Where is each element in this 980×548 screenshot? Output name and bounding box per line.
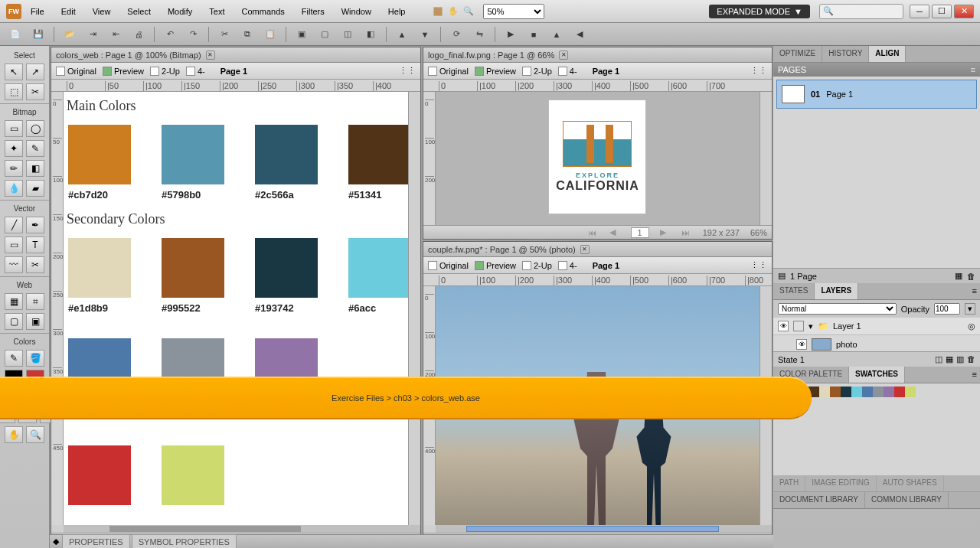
rect-tool[interactable]: ▭ bbox=[5, 236, 23, 253]
show-tool[interactable]: ▣ bbox=[26, 313, 44, 330]
close-tab-icon[interactable]: ✕ bbox=[559, 51, 568, 60]
flip-v-icon[interactable]: ▲ bbox=[549, 27, 564, 42]
zoom-dropdown[interactable]: 50% bbox=[483, 4, 544, 19]
flip-h-icon[interactable]: ⇋ bbox=[472, 27, 487, 42]
slice-tool[interactable]: ⌗ bbox=[26, 293, 44, 310]
panel-tab-path[interactable]: PATH bbox=[773, 475, 805, 491]
scrollbar-vertical[interactable] bbox=[760, 92, 772, 225]
color-swatch[interactable] bbox=[162, 445, 224, 505]
palette-swatch[interactable] bbox=[905, 387, 916, 397]
doc-tab-colors[interactable]: colors_web : Page 1 @ 100% (Bitmap)✕ bbox=[51, 47, 420, 63]
stop-icon[interactable]: ■ bbox=[526, 27, 541, 42]
color-swatch[interactable]: #e1d8b9 bbox=[68, 238, 131, 314]
stroke-color-tool[interactable]: ✎ bbox=[5, 350, 23, 367]
layer-row[interactable]: 👁 ▾ 📁 Layer 1 ◎ bbox=[773, 318, 980, 335]
copy-icon[interactable]: ⧉ bbox=[240, 27, 255, 42]
save-icon[interactable]: 💾 bbox=[31, 27, 46, 42]
knife-tool[interactable]: ✂ bbox=[26, 256, 44, 273]
delete-layer-icon[interactable]: 🗑 bbox=[967, 354, 975, 364]
view-original[interactable]: Original bbox=[56, 67, 96, 76]
open-icon[interactable]: 📂 bbox=[62, 27, 77, 42]
palette-swatch[interactable] bbox=[830, 387, 841, 397]
front-icon[interactable]: ▲ bbox=[394, 27, 410, 42]
fill-color-tool[interactable]: 🪣 bbox=[26, 350, 44, 367]
color-swatch[interactable]: #2c566a bbox=[255, 125, 318, 201]
menu-commands[interactable]: Commands bbox=[234, 4, 292, 19]
menu-select[interactable]: Select bbox=[119, 4, 158, 19]
eraser-tool[interactable]: ◧ bbox=[26, 160, 44, 177]
color-swatch[interactable]: #cb7d20 bbox=[68, 125, 131, 201]
brush-tool[interactable]: ✎ bbox=[26, 140, 44, 157]
bridge-icon[interactable] bbox=[431, 5, 445, 18]
symbol-properties-tab[interactable]: SYMBOL PROPERTIES bbox=[132, 534, 237, 549]
nav-prev-icon[interactable]: ◀ bbox=[609, 227, 620, 237]
palette-swatch[interactable] bbox=[851, 387, 862, 397]
doc-options-icon[interactable]: ⋮⋮ bbox=[750, 260, 767, 270]
view-4up[interactable]: 4- bbox=[186, 67, 205, 76]
menu-window[interactable]: Window bbox=[334, 4, 379, 19]
pointer-tool[interactable]: ↖ bbox=[5, 64, 23, 80]
panel-tab-align[interactable]: ALIGN bbox=[869, 46, 906, 62]
palette-swatch[interactable] bbox=[819, 387, 830, 397]
new-icon[interactable]: 📄 bbox=[8, 27, 23, 42]
color-swatch[interactable]: #6acc bbox=[348, 238, 408, 314]
panel-tab-states[interactable]: STATES bbox=[773, 283, 815, 299]
color-swatch[interactable]: #193742 bbox=[255, 238, 318, 314]
panel-tab-doclib[interactable]: DOCUMENT LIBRARY bbox=[773, 492, 865, 508]
cut-icon[interactable]: ✂ bbox=[217, 27, 232, 42]
lasso-tool[interactable]: ◯ bbox=[26, 120, 44, 137]
panel-tab-imageediting[interactable]: IMAGE EDITING bbox=[805, 475, 877, 491]
panel-tab-swatches[interactable]: SWATCHES bbox=[849, 367, 905, 383]
color-swatch[interactable]: #5798b0 bbox=[162, 125, 224, 201]
new-page-icon[interactable]: ▦ bbox=[955, 271, 962, 281]
properties-tab[interactable]: PROPERTIES bbox=[62, 534, 130, 549]
layer-action-icon[interactable]: ▦ bbox=[946, 354, 953, 364]
panel-tab-commonlib[interactable]: COMMON LIBRARY bbox=[865, 492, 949, 508]
menu-view[interactable]: View bbox=[85, 4, 119, 19]
pointer-icon[interactable]: ◀ bbox=[572, 27, 587, 42]
color-swatch[interactable]: #51341 bbox=[348, 125, 408, 201]
menu-modify[interactable]: Modify bbox=[160, 4, 200, 19]
view-preview[interactable]: Preview bbox=[475, 261, 516, 270]
ungroup-icon[interactable]: ▢ bbox=[317, 27, 332, 42]
canvas-colors[interactable]: Main Colors #cb7d20#5798b0#2c566a#51341 … bbox=[64, 92, 408, 525]
paste-icon[interactable]: 📋 bbox=[263, 27, 278, 42]
palette-swatch[interactable] bbox=[841, 387, 851, 397]
menu-help[interactable]: Help bbox=[381, 4, 413, 19]
delete-page-icon[interactable]: 🗑 bbox=[967, 272, 975, 281]
minimize-button[interactable]: ─ bbox=[910, 5, 929, 18]
blend-mode-select[interactable]: Normal bbox=[778, 303, 897, 315]
view-2up[interactable]: 2-Up bbox=[150, 67, 180, 76]
color-swatch[interactable]: #995522 bbox=[162, 238, 224, 314]
canvas-logo[interactable]: EXPLORE CALIFORNIA bbox=[436, 92, 760, 225]
align-icon[interactable]: ◧ bbox=[363, 27, 378, 42]
view-2up[interactable]: 2-Up bbox=[522, 261, 552, 270]
close-tab-icon[interactable]: ✕ bbox=[580, 245, 590, 254]
expand-icon[interactable]: ▾ bbox=[808, 321, 813, 331]
pencil-tool[interactable]: ✏ bbox=[5, 160, 23, 177]
arrange-icon[interactable]: ◫ bbox=[340, 27, 355, 42]
visibility-icon[interactable]: 👁 bbox=[796, 339, 807, 350]
layer-action-icon[interactable]: ◫ bbox=[935, 354, 942, 364]
freeform-tool[interactable]: 〰 bbox=[5, 256, 23, 273]
layer-target-icon[interactable]: ◎ bbox=[968, 321, 975, 331]
panel-tab-autoshapes[interactable]: AUTO SHAPES bbox=[877, 475, 944, 491]
page-thumbnail[interactable]: 01 Page 1 bbox=[776, 80, 977, 109]
back-icon[interactable]: ▼ bbox=[417, 27, 433, 42]
wand-tool[interactable]: ✦ bbox=[5, 140, 23, 157]
blur-tool[interactable]: 💧 bbox=[5, 180, 23, 197]
hide-tool[interactable]: ▢ bbox=[5, 313, 23, 330]
doc-options-icon[interactable]: ⋮⋮ bbox=[399, 66, 416, 76]
view-original[interactable]: Original bbox=[428, 67, 469, 76]
menu-text[interactable]: Text bbox=[201, 4, 232, 19]
nav-first-icon[interactable]: ⏮ bbox=[588, 228, 599, 237]
marquee-tool[interactable]: ▭ bbox=[5, 120, 23, 137]
crop-tool[interactable]: ✂ bbox=[26, 83, 44, 100]
close-tab-icon[interactable]: ✕ bbox=[206, 51, 215, 60]
panel-tab-layers[interactable]: LAYERS bbox=[815, 283, 858, 299]
palette-swatch[interactable] bbox=[862, 387, 873, 397]
palette-swatch[interactable] bbox=[884, 387, 894, 397]
menu-filters[interactable]: Filters bbox=[294, 4, 332, 19]
visibility-icon[interactable]: 👁 bbox=[778, 321, 789, 331]
export-icon[interactable]: ⇤ bbox=[108, 27, 123, 42]
